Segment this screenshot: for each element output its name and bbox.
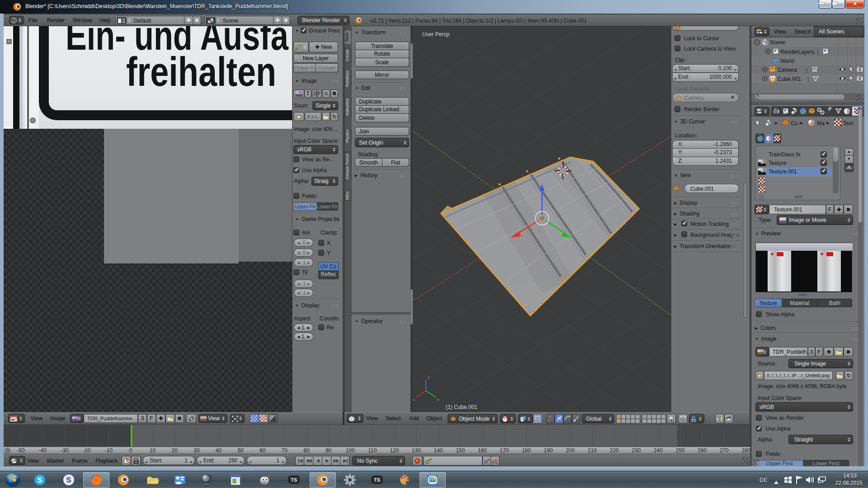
svg-text:z: z (428, 375, 430, 380)
svg-text:(1) Cube.001: (1) Cube.001 (446, 404, 477, 410)
svg-text:TS: TS (374, 477, 380, 483)
svg-text:TS: TS (291, 477, 297, 483)
svg-text:y: y (437, 397, 439, 402)
svg-text:i: i (13, 19, 14, 23)
svg-text:S: S (37, 476, 42, 484)
svg-text:User Persp: User Persp (422, 31, 449, 38)
svg-text:PRO: PRO (205, 483, 210, 486)
